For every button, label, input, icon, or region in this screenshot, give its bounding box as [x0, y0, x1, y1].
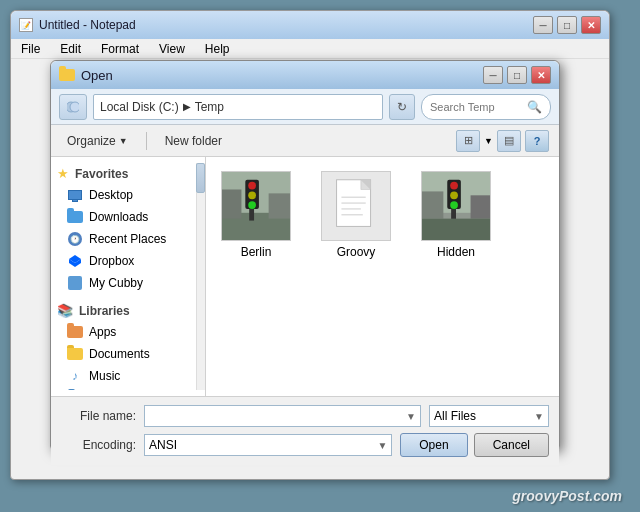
dialog-title-text: Open — [81, 68, 113, 83]
music-folder-icon: ♪ — [67, 368, 83, 384]
cubby-label: My Cubby — [89, 276, 143, 290]
nav-pane: ★ Favorites Desktop Downloads — [51, 157, 206, 396]
footer-buttons: Open Cancel — [400, 433, 549, 457]
notepad-menubar: File Edit Format View Help — [11, 39, 609, 59]
dialog-content: ★ Favorites Desktop Downloads — [51, 157, 559, 397]
sidebar-item-downloads[interactable]: Downloads — [51, 206, 195, 228]
file-item-berlin[interactable]: Berlin — [216, 167, 296, 263]
music-label: Music — [89, 369, 120, 383]
filetype-dropdown[interactable]: All Files ▼ — [429, 405, 549, 427]
file-name-hidden: Hidden — [437, 245, 475, 259]
notepad-icon: 📝 — [19, 18, 33, 32]
scrollbar-thumb[interactable] — [196, 163, 205, 193]
file-item-hidden[interactable]: Hidden — [416, 167, 496, 263]
sidebar-item-recent[interactable]: 🕐 Recent Places — [51, 228, 195, 250]
dialog-toolbar: Organize ▼ New folder ⊞ ▼ ▤ ? — [51, 125, 559, 157]
svg-rect-31 — [471, 195, 490, 218]
sidebar-favorites-header: ★ Favorites — [51, 163, 195, 184]
path-bar[interactable]: Local Disk (C:) ▶ Temp — [93, 94, 383, 120]
path-folder: Temp — [195, 100, 224, 114]
svg-rect-30 — [422, 191, 443, 218]
filetype-value: All Files — [434, 409, 476, 423]
maximize-button[interactable]: □ — [557, 16, 577, 34]
encoding-dropdown[interactable]: ANSI ▼ — [144, 434, 392, 456]
minimize-button[interactable]: ─ — [533, 16, 553, 34]
encoding-label: Encoding: — [61, 438, 136, 452]
dialog-minimize-button[interactable]: ─ — [483, 66, 503, 84]
file-thumb-hidden — [421, 171, 491, 241]
encoding-value: ANSI — [149, 438, 177, 452]
path-sep: ▶ — [183, 101, 191, 112]
notepad-title-text: Untitled - Notepad — [39, 18, 136, 32]
view-list-button[interactable]: ▤ — [497, 130, 521, 152]
menu-edit[interactable]: Edit — [56, 40, 85, 58]
hidden-thumbnail — [422, 171, 490, 241]
close-button[interactable]: ✕ — [581, 16, 601, 34]
sidebar-item-pictures[interactable]: Pictures — [51, 387, 195, 390]
downloads-folder-icon — [67, 209, 83, 225]
file-pane: Berlin — [206, 157, 559, 396]
menu-view[interactable]: View — [155, 40, 189, 58]
dialog-titlebar: Open ─ □ ✕ — [51, 61, 559, 89]
menu-help[interactable]: Help — [201, 40, 234, 58]
organize-button[interactable]: Organize ▼ — [61, 131, 134, 151]
cubby-icon — [67, 275, 83, 291]
svg-point-1 — [70, 102, 79, 112]
svg-point-12 — [248, 201, 256, 209]
nav-buttons — [59, 94, 87, 120]
organize-arrow-icon: ▼ — [119, 136, 128, 146]
search-bar[interactable]: 🔍 — [421, 94, 551, 120]
svg-point-29 — [450, 201, 458, 209]
dropbox-icon — [67, 253, 83, 269]
filename-dropdown-arrow: ▼ — [406, 411, 416, 422]
apps-folder-icon — [67, 324, 83, 340]
file-thumb-groovy — [321, 171, 391, 241]
cancel-button[interactable]: Cancel — [474, 433, 549, 457]
menu-file[interactable]: File — [17, 40, 44, 58]
sidebar-item-desktop[interactable]: Desktop — [51, 184, 195, 206]
sidebar-item-music[interactable]: ♪ Music — [51, 365, 195, 387]
sidebar-item-apps[interactable]: Apps — [51, 321, 195, 343]
watermark: groovyPost.com — [512, 488, 622, 504]
file-name-groovy: Groovy — [337, 245, 376, 259]
apps-label: Apps — [89, 325, 116, 339]
scrollbar-track[interactable] — [196, 163, 205, 390]
svg-rect-13 — [222, 189, 241, 218]
sidebar-item-cubby[interactable]: My Cubby — [51, 272, 195, 294]
svg-point-11 — [248, 191, 256, 199]
documents-folder-icon — [67, 346, 83, 362]
encoding-dropdown-arrow: ▼ — [377, 440, 387, 451]
dropbox-label: Dropbox — [89, 254, 134, 268]
refresh-button[interactable]: ↻ — [389, 94, 415, 120]
svg-rect-32 — [422, 219, 490, 240]
search-input[interactable] — [430, 101, 523, 113]
sidebar-item-documents[interactable]: Documents — [51, 343, 195, 365]
address-bar: Local Disk (C:) ▶ Temp ↻ 🔍 — [51, 89, 559, 125]
sidebar-item-dropbox[interactable]: Dropbox — [51, 250, 195, 272]
dialog-maximize-button[interactable]: □ — [507, 66, 527, 84]
notepad-window-controls: ─ □ ✕ — [533, 16, 601, 34]
groovy-thumbnail — [322, 171, 390, 241]
open-button[interactable]: Open — [400, 433, 467, 457]
view-controls: ⊞ ▼ ▤ ? — [456, 130, 549, 152]
dialog-close-button[interactable]: ✕ — [531, 66, 551, 84]
filename-input[interactable]: ▼ — [144, 405, 421, 427]
berlin-thumbnail — [222, 171, 290, 241]
menu-format[interactable]: Format — [97, 40, 143, 58]
view-toggle-button[interactable]: ⊞ — [456, 130, 480, 152]
view-arrow-icon: ▼ — [484, 136, 493, 146]
back-button[interactable] — [59, 94, 87, 120]
help-button[interactable]: ? — [525, 130, 549, 152]
search-icon: 🔍 — [527, 100, 542, 114]
svg-point-28 — [450, 191, 458, 199]
open-button-label: Open — [419, 438, 448, 452]
file-item-groovy[interactable]: Groovy — [316, 167, 396, 263]
svg-rect-14 — [269, 193, 290, 218]
organize-label: Organize — [67, 134, 116, 148]
new-folder-label: New folder — [165, 134, 222, 148]
dialog-title: Open — [59, 67, 113, 83]
recent-places-icon: 🕐 — [67, 231, 83, 247]
libraries-label: Libraries — [79, 304, 130, 318]
dialog-folder-icon — [59, 67, 75, 83]
new-folder-button[interactable]: New folder — [159, 131, 228, 151]
